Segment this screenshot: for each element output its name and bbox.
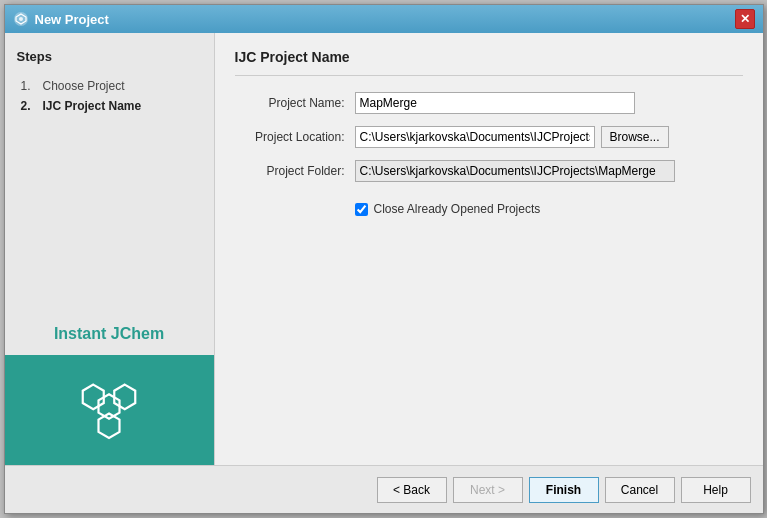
browse-button[interactable]: Browse...: [601, 126, 669, 148]
new-project-window: New Project ✕ Steps 1. Choose Project 2.…: [4, 4, 764, 514]
project-location-input[interactable]: [355, 126, 595, 148]
project-location-label: Project Location:: [235, 130, 355, 144]
help-button[interactable]: Help: [681, 477, 751, 503]
step-2-num: 2.: [21, 99, 37, 113]
finish-button[interactable]: Finish: [529, 477, 599, 503]
content-area: Steps 1. Choose Project 2. IJC Project N…: [5, 33, 763, 465]
back-button[interactable]: < Back: [377, 477, 447, 503]
svg-marker-6: [99, 414, 120, 439]
cancel-button[interactable]: Cancel: [605, 477, 675, 503]
project-name-row: Project Name:: [235, 92, 743, 114]
project-name-input[interactable]: [355, 92, 635, 114]
brand-label: Instant JChem: [5, 313, 214, 355]
sidebar: Steps 1. Choose Project 2. IJC Project N…: [5, 33, 215, 465]
svg-marker-5: [114, 385, 135, 410]
close-projects-row: Close Already Opened Projects: [355, 202, 743, 216]
close-projects-label[interactable]: Close Already Opened Projects: [374, 202, 541, 216]
window-icon: [13, 11, 29, 27]
project-folder-input[interactable]: [355, 160, 675, 182]
steps-panel: Steps 1. Choose Project 2. IJC Project N…: [5, 33, 214, 313]
panel-title: IJC Project Name: [235, 49, 743, 76]
svg-marker-4: [83, 385, 104, 410]
step-2: 2. IJC Project Name: [17, 96, 202, 116]
window-title: New Project: [35, 12, 735, 27]
title-bar: New Project ✕: [5, 5, 763, 33]
honeycomb-icon: [74, 375, 144, 445]
svg-point-2: [19, 17, 23, 21]
step-2-label: IJC Project Name: [43, 99, 142, 113]
step-1-label: Choose Project: [43, 79, 125, 93]
close-projects-checkbox[interactable]: [355, 203, 368, 216]
svg-marker-3: [99, 394, 120, 419]
main-panel: IJC Project Name Project Name: Project L…: [215, 33, 763, 465]
project-name-label: Project Name:: [235, 96, 355, 110]
bottom-bar: < Back Next > Finish Cancel Help: [5, 465, 763, 513]
step-1: 1. Choose Project: [17, 76, 202, 96]
close-button[interactable]: ✕: [735, 9, 755, 29]
project-folder-label: Project Folder:: [235, 164, 355, 178]
project-folder-row: Project Folder:: [235, 160, 743, 182]
step-1-num: 1.: [21, 79, 37, 93]
sidebar-logo: [5, 355, 214, 465]
project-location-row: Project Location: Browse...: [235, 126, 743, 148]
steps-title: Steps: [17, 49, 202, 64]
next-button[interactable]: Next >: [453, 477, 523, 503]
